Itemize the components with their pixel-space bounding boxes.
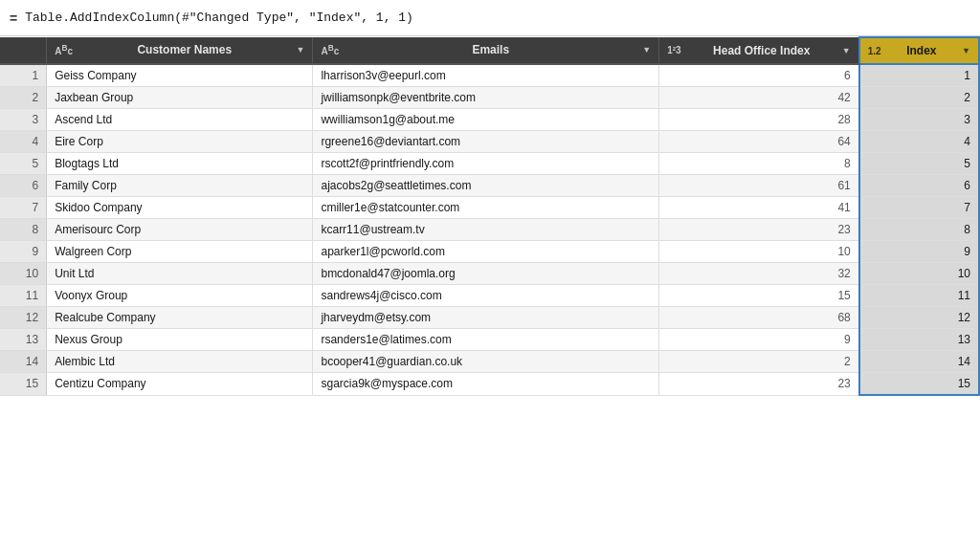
index-dropdown-icon[interactable]: ▼ xyxy=(962,46,970,55)
index-value-cell: 14 xyxy=(859,351,979,373)
index-value-cell: 12 xyxy=(859,307,979,329)
data-table: ABc Customer Names ▼ ABc Emails ▼ 1²3 xyxy=(0,36,980,396)
row-number-cell: 3 xyxy=(0,109,47,131)
head-office-cell: 8 xyxy=(659,153,859,175)
customer-name-cell: Realcube Company xyxy=(47,307,313,329)
table-row: 9 Walgreen Corp aparker1l@pcworld.com 10… xyxy=(0,241,979,263)
email-cell: wwilliamson1g@about.me xyxy=(313,109,659,131)
row-num-header xyxy=(0,37,47,64)
index-label: Index xyxy=(885,44,958,57)
customer-name-cell: Jaxbean Group xyxy=(47,87,313,109)
index-value-cell: 10 xyxy=(859,263,979,285)
head-office-type-icon: 1²3 xyxy=(667,45,680,55)
email-cell: jharveydm@etsy.com xyxy=(313,307,659,329)
table-row: 6 Family Corp ajacobs2g@seattletimes.com… xyxy=(0,175,979,197)
email-cell: aparker1l@pcworld.com xyxy=(313,241,659,263)
head-office-cell: 15 xyxy=(659,285,859,307)
row-number-cell: 14 xyxy=(0,351,47,373)
table-row: 7 Skidoo Company cmiller1e@statcounter.c… xyxy=(0,197,979,219)
head-office-cell: 9 xyxy=(659,329,859,351)
formula-equals-sign: = xyxy=(10,11,17,26)
col-header-customer-names[interactable]: ABc Customer Names ▼ xyxy=(47,37,313,64)
index-value-cell: 9 xyxy=(859,241,979,263)
head-office-cell: 41 xyxy=(659,197,859,219)
customer-name-cell: Eire Corp xyxy=(47,131,313,153)
customer-names-dropdown-icon[interactable]: ▼ xyxy=(297,45,305,55)
table-container: ABc Customer Names ▼ ABc Emails ▼ 1²3 xyxy=(0,36,980,548)
index-value-cell: 6 xyxy=(859,175,979,197)
emails-type-icon: ABc xyxy=(321,43,339,56)
index-value-cell: 2 xyxy=(859,87,979,109)
formula-text: Table.AddIndexColumn(#"Changed Type", "I… xyxy=(25,11,413,25)
head-office-cell: 42 xyxy=(659,87,859,109)
email-cell: bmcdonald47@joomla.org xyxy=(313,263,659,285)
head-office-cell: 10 xyxy=(659,241,859,263)
email-cell: lharrison3v@eepurl.com xyxy=(313,64,659,87)
customer-name-cell: Blogtags Ltd xyxy=(47,153,313,175)
row-number-cell: 4 xyxy=(0,131,47,153)
head-office-dropdown-icon[interactable]: ▼ xyxy=(842,46,851,55)
customer-name-cell: Walgreen Corp xyxy=(47,241,313,263)
head-office-cell: 68 xyxy=(659,307,859,329)
index-value-cell: 13 xyxy=(859,329,979,351)
col-header-head-office-index[interactable]: 1²3 Head Office Index ▼ xyxy=(659,37,859,64)
customer-name-cell: Alembic Ltd xyxy=(47,351,313,373)
row-number-cell: 12 xyxy=(0,307,47,329)
head-office-cell: 61 xyxy=(659,175,859,197)
head-office-cell: 23 xyxy=(659,219,859,241)
head-office-cell: 23 xyxy=(659,373,859,396)
row-number-cell: 2 xyxy=(0,87,47,109)
table-row: 8 Amerisourc Corp kcarr11@ustream.tv 23 … xyxy=(0,219,979,241)
emails-label: Emails xyxy=(343,43,638,56)
email-cell: jwilliamsonpk@eventbrite.com xyxy=(313,87,659,109)
index-value-cell: 3 xyxy=(859,109,979,131)
email-cell: sandrews4j@cisco.com xyxy=(313,285,659,307)
email-cell: sgarcia9k@myspace.com xyxy=(313,373,659,396)
formula-bar: = Table.AddIndexColumn(#"Changed Type", … xyxy=(0,0,980,36)
index-value-cell: 4 xyxy=(859,131,979,153)
row-number-cell: 10 xyxy=(0,263,47,285)
table-row: 11 Voonyx Group sandrews4j@cisco.com 15 … xyxy=(0,285,979,307)
head-office-cell: 28 xyxy=(659,109,859,131)
table-row: 13 Nexus Group rsanders1e@latimes.com 9 … xyxy=(0,329,979,351)
customer-name-cell: Family Corp xyxy=(47,175,313,197)
head-office-cell: 6 xyxy=(659,64,859,87)
row-number-cell: 6 xyxy=(0,175,47,197)
table-row: 2 Jaxbean Group jwilliamsonpk@eventbrite… xyxy=(0,87,979,109)
col-header-index[interactable]: 1.2 Index ▼ xyxy=(859,37,979,64)
index-type-icon: 1.2 xyxy=(868,46,881,56)
customer-names-type-icon: ABc xyxy=(55,43,73,56)
index-value-cell: 5 xyxy=(859,153,979,175)
index-value-cell: 11 xyxy=(859,285,979,307)
table-body: 1 Geiss Company lharrison3v@eepurl.com 6… xyxy=(0,64,979,395)
index-value-cell: 15 xyxy=(859,373,979,396)
row-number-cell: 11 xyxy=(0,285,47,307)
index-value-cell: 7 xyxy=(859,197,979,219)
emails-dropdown-icon[interactable]: ▼ xyxy=(642,45,651,55)
head-office-label: Head Office Index xyxy=(685,44,838,57)
head-office-cell: 2 xyxy=(659,351,859,373)
customer-name-cell: Voonyx Group xyxy=(47,285,313,307)
customer-name-cell: Amerisourc Corp xyxy=(47,219,313,241)
header-row: ABc Customer Names ▼ ABc Emails ▼ 1²3 xyxy=(0,37,979,64)
row-number-cell: 13 xyxy=(0,329,47,351)
table-row: 14 Alembic Ltd bcooper41@guardian.co.uk … xyxy=(0,351,979,373)
row-number-cell: 1 xyxy=(0,64,47,87)
col-header-emails[interactable]: ABc Emails ▼ xyxy=(313,37,659,64)
email-cell: cmiller1e@statcounter.com xyxy=(313,197,659,219)
email-cell: kcarr11@ustream.tv xyxy=(313,219,659,241)
customer-name-cell: Nexus Group xyxy=(47,329,313,351)
table-row: 3 Ascend Ltd wwilliamson1g@about.me 28 3 xyxy=(0,109,979,131)
table-row: 4 Eire Corp rgreene16@deviantart.com 64 … xyxy=(0,131,979,153)
customer-name-cell: Ascend Ltd xyxy=(47,109,313,131)
row-number-cell: 15 xyxy=(0,373,47,396)
customer-name-cell: Skidoo Company xyxy=(47,197,313,219)
email-cell: ajacobs2g@seattletimes.com xyxy=(313,175,659,197)
table-row: 10 Unit Ltd bmcdonald47@joomla.org 32 10 xyxy=(0,263,979,285)
customer-name-cell: Unit Ltd xyxy=(47,263,313,285)
head-office-cell: 64 xyxy=(659,131,859,153)
row-number-cell: 8 xyxy=(0,219,47,241)
table-row: 1 Geiss Company lharrison3v@eepurl.com 6… xyxy=(0,64,979,87)
index-value-cell: 1 xyxy=(859,64,979,87)
email-cell: rsanders1e@latimes.com xyxy=(313,329,659,351)
